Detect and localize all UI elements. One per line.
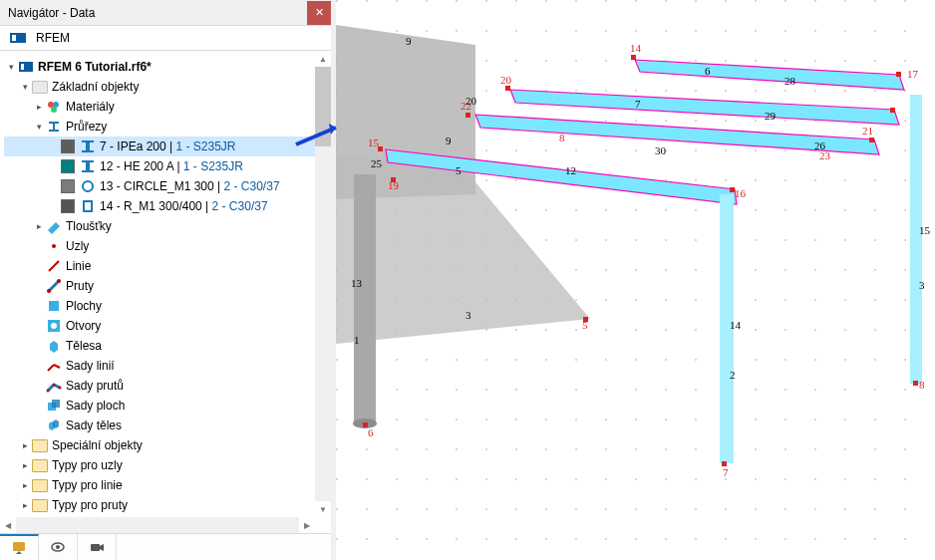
chevron-right-icon[interactable]: ▸ <box>18 480 32 490</box>
tree-label: Sady prutů <box>66 379 124 393</box>
svg-rect-1 <box>12 35 16 41</box>
svg-point-23 <box>59 387 62 390</box>
tree-label: Speciální objekty <box>52 438 143 452</box>
model-icon <box>18 59 34 75</box>
chevron-right-icon[interactable]: ▸ <box>18 500 32 510</box>
svg-rect-40 <box>354 174 376 423</box>
tree-types-members[interactable]: ▸ Typy pro pruty <box>4 495 331 515</box>
tab-rfem[interactable]: RFEM <box>0 26 80 50</box>
eye-icon <box>50 539 66 555</box>
tree-nodes[interactable]: Uzly <box>4 236 331 256</box>
tree-label: Typy pro linie <box>52 478 123 492</box>
materials-icon <box>46 99 62 115</box>
circle-profile-icon <box>80 178 96 194</box>
svg-rect-46 <box>466 113 470 118</box>
svg-text:15: 15 <box>368 137 380 148</box>
svg-point-12 <box>47 289 51 293</box>
tree-membersets[interactable]: Sady prutů <box>4 376 331 396</box>
tree-lines[interactable]: Linie <box>4 256 331 276</box>
model-viewport[interactable]: 1417 2021 2223 1516 19 5 8 78 6 920 628 … <box>336 0 935 560</box>
svg-text:14: 14 <box>730 319 742 331</box>
swatch-icon <box>60 139 76 154</box>
horizontal-scrollbar[interactable]: ◀ ▶ <box>0 517 315 533</box>
camera-icon <box>89 539 105 555</box>
tree-linesets[interactable]: Sady linií <box>4 356 331 376</box>
tree-thickness[interactable]: ▸ Tloušťky <box>4 216 331 236</box>
tab-views[interactable] <box>78 534 117 560</box>
svg-line-17 <box>48 365 54 371</box>
scroll-left-button[interactable]: ◀ <box>0 517 16 533</box>
tree-root[interactable]: ▾ RFEM 6 Tutorial.rf6* <box>4 57 331 77</box>
svg-text:3: 3 <box>466 309 471 321</box>
surface-icon <box>46 298 62 314</box>
svg-point-6 <box>51 107 57 113</box>
tree-section-14[interactable]: 14 - R_M1 300/400 | 2 - C30/37 <box>4 196 331 216</box>
section-material-link[interactable]: 1 - S235JR <box>183 159 243 173</box>
tree-openings[interactable]: Otvory <box>4 316 331 336</box>
svg-rect-3 <box>21 64 24 70</box>
tree-special[interactable]: ▸ Speciální objekty <box>4 435 331 455</box>
svg-line-10 <box>49 261 59 271</box>
scroll-right-button[interactable]: ▶ <box>299 517 315 533</box>
svg-point-28 <box>56 545 60 549</box>
svg-text:6: 6 <box>368 426 374 438</box>
chevron-down-icon[interactable]: ▾ <box>18 82 32 92</box>
svg-text:3: 3 <box>919 279 925 291</box>
tree-materials[interactable]: ▸ Materiály <box>4 97 331 117</box>
node-icon <box>46 238 62 254</box>
folder-icon <box>32 79 48 95</box>
tab-display[interactable] <box>39 534 78 560</box>
section-material-link[interactable]: 1 - S235JR <box>176 140 236 153</box>
scroll-up-button[interactable]: ▲ <box>315 51 331 67</box>
section-material-link[interactable]: 2 - C30/37 <box>212 199 268 213</box>
chevron-right-icon[interactable]: ▸ <box>18 440 32 450</box>
tree-label: Plochy <box>66 299 102 313</box>
chevron-right-icon[interactable]: ▸ <box>32 102 46 112</box>
scroll-down-button[interactable]: ▼ <box>315 501 331 517</box>
chevron-down-icon[interactable]: ▾ <box>4 62 18 72</box>
svg-text:20: 20 <box>466 95 477 107</box>
svg-text:9: 9 <box>406 35 412 47</box>
close-button[interactable]: ✕ <box>307 1 331 25</box>
tree-members[interactable]: Pruty <box>4 276 331 296</box>
svg-text:13: 13 <box>351 277 363 289</box>
tree-solids[interactable]: Tělesa <box>4 336 331 356</box>
section-material-link[interactable]: 2 - C30/37 <box>224 179 280 193</box>
tree-basic[interactable]: ▾ Základní objekty <box>4 77 331 97</box>
tree-surfacesets[interactable]: Sady ploch <box>4 396 331 416</box>
sections-icon <box>46 119 62 135</box>
svg-rect-25 <box>52 400 60 408</box>
svg-line-88 <box>296 128 336 144</box>
folder-icon <box>32 437 48 453</box>
line-icon <box>46 258 62 274</box>
tree-section-7[interactable]: 7 - IPEa 200 | 1 - S235JR <box>4 137 331 156</box>
svg-rect-53 <box>913 381 918 386</box>
tree-section-12[interactable]: 12 - HE 200 A | 1 - S235JR <box>4 156 331 176</box>
svg-rect-39 <box>910 95 922 384</box>
svg-point-21 <box>47 390 50 393</box>
svg-point-13 <box>57 279 61 283</box>
tree-types-nodes[interactable]: ▸ Typy pro uzly <box>4 455 331 475</box>
section-label: 7 - IPEa 200 | <box>100 140 176 153</box>
svg-text:9: 9 <box>446 135 452 146</box>
svg-rect-42 <box>631 55 636 60</box>
tree-solidsets[interactable]: Sady těles <box>4 416 331 435</box>
chevron-down-icon[interactable]: ▾ <box>32 122 46 132</box>
tab-data[interactable] <box>0 534 39 560</box>
svg-point-7 <box>83 181 93 191</box>
chevron-right-icon[interactable]: ▸ <box>32 221 46 231</box>
rect-profile-icon <box>80 198 96 214</box>
tree-section-13[interactable]: 13 - CIRCLE_M1 300 | 2 - C30/37 <box>4 176 331 196</box>
svg-text:7: 7 <box>635 98 641 110</box>
tree-label: Sady linií <box>66 359 115 373</box>
tree-types-lines[interactable]: ▸ Typy pro linie <box>4 475 331 495</box>
svg-rect-44 <box>505 86 510 91</box>
navigator-tree[interactable]: ▾ RFEM 6 Tutorial.rf6* ▾ Základní objekt… <box>0 51 331 533</box>
tree-sections[interactable]: ▾ Průřezy <box>4 117 331 137</box>
svg-text:8: 8 <box>919 379 925 391</box>
chevron-right-icon[interactable]: ▸ <box>18 460 32 470</box>
model-render: 1417 2021 2223 1516 19 5 8 78 6 920 628 … <box>336 0 934 560</box>
svg-text:28: 28 <box>784 75 796 87</box>
svg-rect-14 <box>49 301 59 311</box>
tree-surfaces[interactable]: Plochy <box>4 296 331 316</box>
